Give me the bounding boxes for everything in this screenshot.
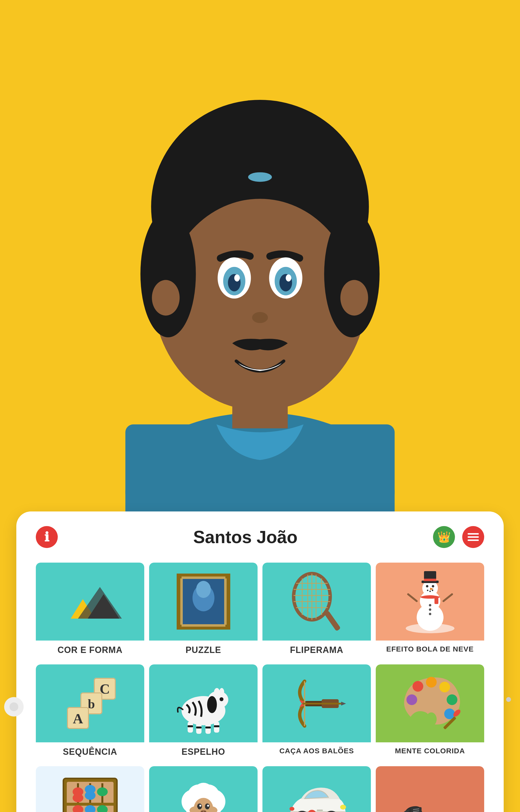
snowman-illustration (396, 570, 464, 633)
game-card-image-mente-colorida (376, 665, 484, 742)
svg-rect-34 (226, 625, 230, 629)
svg-text:b: b (88, 697, 95, 711)
estacionamento-illustration: 53 (283, 774, 351, 812)
game-card-image-calculo (36, 766, 144, 812)
game-card-label-sequencia: SEQUÊNCIA (36, 742, 144, 761)
game-card-image-fliperama (262, 563, 371, 641)
cor-e-forma-illustration (56, 575, 124, 628)
fliperama-illustration (283, 571, 351, 632)
game-card-image-estacionamento: 53 (262, 766, 371, 812)
game-card-label-fliperama: FLIPERAMA (262, 641, 371, 659)
game-card-label-puzzle: PUZZLE (149, 641, 258, 659)
game-card-image-espelho (149, 665, 258, 742)
svg-rect-59 (424, 579, 436, 581)
game-card-label-espelho: ESPELHO (149, 742, 258, 761)
svg-point-134 (207, 805, 209, 807)
panel-header: ℹ Santos João 👑 (36, 526, 484, 548)
game-card-calculo[interactable]: CÁLCULO (36, 766, 144, 812)
svg-rect-86 (196, 727, 202, 728)
game-card-mente-colorida[interactable]: MENTE COLORIDA (376, 665, 484, 761)
svg-rect-88 (214, 725, 219, 727)
menu-button[interactable] (462, 526, 484, 548)
svg-rect-154 (317, 810, 323, 811)
game-card-cor-e-forma[interactable]: COR E FORMA (36, 563, 144, 659)
avatar-illustration (102, 36, 418, 511)
game-card-label-efeito-bola-de-neve: EFEITO BOLA DE NEVE (376, 641, 484, 657)
panel-title: Santos João (58, 527, 433, 547)
puzzle-illustration (170, 571, 238, 632)
svg-point-54 (427, 590, 428, 591)
game-card-gemeos[interactable]: GÊMEOS (376, 766, 484, 812)
game-card-label-mente-colorida: MENTE COLORIDA (376, 742, 484, 759)
sequencia-illustration: C b A (56, 673, 124, 734)
svg-point-9 (238, 141, 282, 177)
svg-point-80 (219, 688, 224, 696)
svg-point-17 (234, 274, 240, 281)
svg-point-56 (432, 590, 433, 591)
svg-point-20 (152, 280, 180, 316)
svg-point-96 (426, 712, 437, 726)
svg-point-60 (429, 604, 431, 606)
svg-point-55 (430, 591, 431, 592)
svg-point-21 (340, 280, 368, 316)
game-panel: ℹ Santos João 👑 (16, 511, 504, 812)
menu-line (468, 533, 479, 535)
svg-point-61 (429, 608, 431, 611)
game-grid: COR E FORMA (36, 563, 484, 812)
game-card-image-puzzle (149, 563, 258, 641)
crown-icon: 👑 (437, 531, 451, 543)
svg-rect-85 (188, 725, 193, 727)
svg-point-112 (73, 793, 83, 802)
svg-rect-32 (226, 573, 230, 578)
game-card-image-gemeos (376, 766, 484, 812)
svg-point-7 (324, 211, 380, 337)
menu-line (468, 536, 479, 538)
game-card-panurge[interactable]: PANURGE (149, 766, 258, 812)
svg-rect-31 (177, 573, 182, 578)
svg-point-78 (219, 697, 224, 701)
svg-point-52 (432, 585, 434, 588)
info-button[interactable]: ℹ (36, 526, 58, 548)
game-card-efeito-bola-de-neve[interactable]: EFEITO BOLA DE NEVE (376, 563, 484, 659)
svg-point-5 (165, 199, 355, 405)
game-card-label-cor-e-forma: COR E FORMA (36, 641, 144, 659)
svg-point-114 (85, 791, 96, 800)
svg-rect-87 (205, 727, 211, 728)
svg-point-98 (426, 677, 437, 687)
game-card-image-cor-e-forma (36, 563, 144, 641)
game-card-puzzle[interactable]: PUZZLE (149, 563, 258, 659)
game-card-label-caca-aos-baloes: CAÇA AOS BALÕES (262, 742, 371, 759)
game-card-espelho[interactable]: ESPELHO (149, 665, 258, 761)
svg-point-6 (140, 211, 196, 337)
svg-point-62 (429, 613, 431, 615)
game-card-image-caca-aos-baloes (262, 665, 371, 742)
svg-point-133 (199, 805, 201, 807)
svg-point-18 (286, 274, 291, 281)
panurge-illustration (170, 774, 238, 812)
scroll-left-indicator[interactable] (4, 697, 24, 716)
game-card-sequencia[interactable]: C b A SEQUÊNCIA (36, 665, 144, 761)
svg-point-153 (289, 807, 294, 811)
game-card-image-sequencia: C b A (36, 665, 144, 742)
game-card-fliperama[interactable]: FLIPERAMA (262, 563, 371, 659)
svg-point-22 (9, 702, 18, 711)
calculo-illustration (56, 774, 124, 812)
svg-line-63 (408, 594, 417, 601)
svg-point-51 (426, 585, 428, 588)
svg-point-10 (248, 172, 272, 182)
crown-button[interactable]: 👑 (433, 526, 455, 548)
menu-line (468, 539, 479, 541)
svg-point-19 (252, 312, 268, 323)
svg-marker-93 (341, 702, 346, 706)
game-card-estacionamento[interactable]: 53 ESTACIONAM (262, 766, 371, 812)
svg-rect-65 (435, 597, 438, 604)
game-card-caca-aos-baloes[interactable]: CAÇA AOS BALÕES (262, 665, 371, 761)
svg-point-115 (97, 787, 108, 796)
svg-point-152 (340, 805, 346, 810)
avatar-section (0, 0, 520, 511)
info-icon: ℹ (44, 530, 49, 544)
espelho-illustration (170, 673, 238, 734)
header-actions: 👑 (433, 526, 484, 548)
svg-line-64 (443, 594, 452, 601)
svg-point-79 (214, 688, 220, 697)
